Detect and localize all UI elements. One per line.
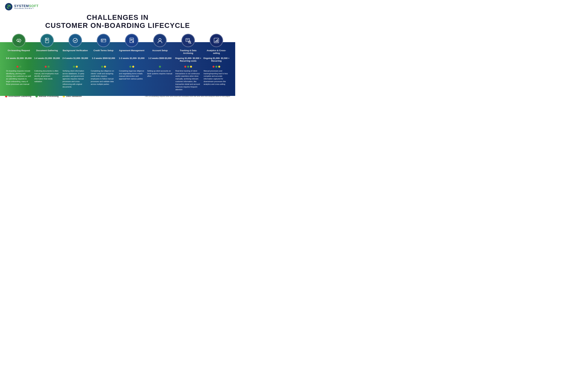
svg-line-19: [190, 43, 191, 43]
dot-green: [159, 66, 161, 68]
logo-technologies: TECHNOLOGIES™: [14, 8, 39, 10]
logo-area: SYSTEMSOFT TECHNOLOGIES™: [5, 3, 39, 10]
col-document-gathering: Document Gathering1-4 weeks $1,000- $5,0…: [33, 34, 61, 91]
dots-row-account-setup: [159, 66, 161, 68]
title-section: CHALLENGES IN CUSTOMER ON-BOARDING LIFEC…: [0, 10, 235, 31]
dot-red: [184, 66, 186, 68]
col-cost-agreement-management: 1-3 weeks $1,000- $3,000: [119, 57, 145, 64]
page-wrapper: SYSTEMSOFT TECHNOLOGIES™ CHALLENGES IN C…: [0, 0, 235, 99]
dot-red: [45, 66, 47, 68]
col-desc-background-verification: Verifying client information across data…: [62, 70, 88, 88]
col-label-analytics-crossselling: Analytics & Cross-selling: [203, 49, 230, 55]
icon-circle-credit-terms-setup: [97, 34, 110, 47]
col-account-setup: Account Setup1-2 weeks $500-$3,000Settin…: [146, 34, 174, 91]
svg-rect-6: [101, 39, 106, 42]
col-label-agreement-management: Agreement Management: [119, 49, 145, 55]
col-cost-document-gathering: 1-4 weeks $1,000- $5,000: [34, 57, 60, 64]
icon-circle-onboarding-request: [12, 34, 26, 47]
col-desc-tracking-data-archiving: Real-time tracking of client transaction…: [175, 70, 201, 91]
icon-circle-account-setup: [153, 34, 167, 47]
dot-green: [73, 66, 75, 68]
dot-yellow: [190, 66, 192, 68]
icon-circle-tracking-data-archiving: [181, 34, 195, 47]
col-cost-onboarding-request: 3-6 weeks $2,000- $5,000: [6, 57, 32, 64]
col-cost-background-verification: 2-4 weeks $1,000- $5,000: [63, 57, 88, 64]
col-credit-terms-setup: Credit Terms Setup1-3 weeks $500-$2,000C…: [89, 34, 118, 91]
col-agreement-management: Agreement Management1-3 weeks $1,000- $3…: [118, 34, 146, 91]
svg-point-18: [189, 42, 190, 42]
icon-circle-document-gathering: [40, 34, 54, 47]
logo-text-area: SYSTEMSOFT TECHNOLOGIES™: [14, 4, 39, 10]
svg-rect-22: [216, 40, 217, 42]
dots-row-agreement-management: [129, 66, 134, 68]
dots-row-credit-terms-setup: [101, 66, 106, 68]
dot-red: [212, 66, 215, 68]
col-cost-account-setup: 1-2 weeks $500-$3,000: [148, 57, 171, 64]
dots-row-document-gathering: [45, 66, 50, 68]
dot-green: [101, 66, 103, 68]
lifecycle-section: On-boarding Request3-6 weeks $2,000- $5,…: [0, 34, 235, 91]
col-cost-tracking-data-archiving: Ongoing $1,000- $3,500 + Recurring costs: [175, 57, 201, 64]
col-label-account-setup: Account Setup: [152, 49, 168, 55]
dot-green: [215, 66, 217, 68]
col-label-document-gathering: Document Gathering: [36, 49, 58, 55]
dot-yellow: [132, 66, 134, 68]
svg-rect-21: [215, 41, 216, 42]
icon-circle-background-verification: [69, 34, 82, 47]
col-desc-account-setup: Setting up client accounts on bank syste…: [147, 70, 173, 78]
icon-circle-agreement-management: [125, 34, 138, 47]
svg-point-13: [159, 39, 161, 41]
col-desc-analytics-crossselling: Manual processes and tracking/reporting …: [203, 70, 230, 86]
dot-yellow: [76, 66, 78, 68]
dots-row-tracking-data-archiving: [184, 66, 192, 68]
col-cost-analytics-crossselling: Ongoing $1,000- $3,500 + Recurring: [203, 57, 230, 64]
svg-rect-23: [217, 39, 218, 42]
col-label-background-verification: Background Verification: [62, 49, 88, 55]
dot-green: [19, 66, 21, 68]
col-desc-credit-terms-setup: Completing due diligence on clients' cre…: [90, 70, 116, 86]
col-onboarding-request: On-boarding Request3-6 weeks $2,000- $5,…: [5, 34, 33, 91]
dot-green: [48, 66, 50, 68]
logo-brand: SYSTEMSOFT: [14, 4, 39, 8]
col-label-credit-terms-setup: Credit Terms Setup: [93, 49, 114, 55]
dot-yellow: [104, 66, 106, 68]
col-label-tracking-data-archiving: Tracking & Data Archiving: [175, 49, 201, 55]
col-cost-credit-terms-setup: 1-3 weeks $500-$2,000: [92, 57, 115, 64]
dots-row-analytics-crossselling: [212, 66, 220, 68]
col-tracking-data-archiving: Tracking & Data ArchivingOngoing $1,000-…: [174, 34, 202, 91]
dots-row-onboarding-request: [16, 66, 21, 68]
dot-green: [129, 66, 131, 68]
dot-red: [16, 66, 19, 68]
col-analytics-crossselling: Analytics & Cross-sellingOngoing $1,000-…: [202, 34, 231, 91]
col-background-verification: Background Verification2-4 weeks $1,000-…: [61, 34, 89, 91]
col-desc-agreement-management: Completing legal due diligence and negot…: [119, 70, 145, 80]
dot-yellow: [218, 66, 220, 68]
svg-rect-8: [102, 41, 103, 41]
columns-row: On-boarding Request3-6 weeks $2,000- $5,…: [3, 34, 232, 91]
dot-green: [187, 66, 189, 68]
header: SYSTEMSOFT TECHNOLOGIES™: [0, 0, 235, 10]
logo-icon: [5, 3, 12, 10]
col-desc-onboarding-request: On-boarding requests include identifying…: [6, 70, 32, 86]
col-label-onboarding-request: On-boarding Request: [7, 49, 31, 55]
main-title: CHALLENGES IN CUSTOMER ON-BOARDING LIFEC…: [0, 13, 235, 30]
col-desc-document-gathering: Collecting documents is often manual, an…: [34, 70, 60, 83]
icon-circle-analytics-crossselling: [210, 34, 223, 47]
dots-row-background-verification: [73, 66, 78, 68]
